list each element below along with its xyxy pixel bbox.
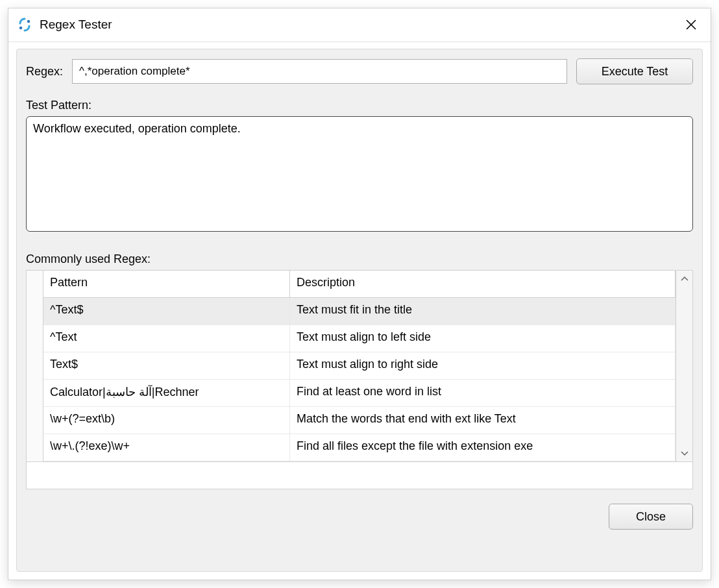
regex-row: Regex: Execute Test <box>26 58 693 84</box>
cell-description: Text must align to right side <box>290 352 676 379</box>
common-regex-label: Commonly used Regex: <box>26 252 693 266</box>
cell-description: Find all files except the file with exte… <box>290 434 676 461</box>
cell-pattern: Calculator|آلة حاسبة|Rechner <box>43 380 290 406</box>
cell-pattern: ^Text$ <box>43 298 290 325</box>
window-title: Regex Tester <box>40 18 681 32</box>
grid-footer-strip <box>26 462 693 489</box>
cell-description: Match the words that end with ext like T… <box>290 407 676 434</box>
svg-point-0 <box>27 19 30 22</box>
cell-pattern: ^Text <box>43 325 290 352</box>
table-row[interactable]: ▶^Text$Text must fit in the title <box>43 298 676 325</box>
test-pattern-input[interactable] <box>26 116 693 232</box>
cell-pattern: Text$ <box>43 352 290 379</box>
grid-header: Pattern Description <box>43 271 676 298</box>
grid-body: ▶^Text$Text must fit in the title^TextTe… <box>43 298 676 461</box>
regex-label: Regex: <box>26 65 63 79</box>
table-row[interactable]: ^TextText must align to left side <box>43 325 676 352</box>
cell-description: Text must align to left side <box>290 325 676 352</box>
dialog-footer: Close <box>26 501 693 530</box>
column-header-description[interactable]: Description <box>290 271 676 297</box>
table-row[interactable]: \w+\.(?!exe)\w+Find all files except the… <box>43 434 676 461</box>
regex-tester-dialog: Regex Tester Regex: Execute Test Test Pa… <box>8 8 711 580</box>
table-row[interactable]: Text$Text must align to right side <box>43 352 676 380</box>
app-icon <box>18 18 32 32</box>
table-row[interactable]: Calculator|آلة حاسبة|RechnerFind at leas… <box>43 380 676 407</box>
regex-input[interactable] <box>72 59 567 84</box>
cell-pattern: \w+(?=ext\b) <box>43 407 290 434</box>
close-button[interactable]: Close <box>609 504 693 530</box>
grid-row-gutter <box>27 271 43 461</box>
column-header-pattern[interactable]: Pattern <box>43 271 290 297</box>
cell-description: Text must fit in the title <box>290 298 676 325</box>
execute-test-button[interactable]: Execute Test <box>576 58 693 84</box>
svg-point-1 <box>19 26 22 29</box>
cell-pattern: \w+\.(?!exe)\w+ <box>43 434 290 461</box>
vertical-scrollbar[interactable] <box>676 271 692 461</box>
dialog-content: Regex: Execute Test Test Pattern: Common… <box>8 42 711 580</box>
titlebar: Regex Tester <box>8 8 711 42</box>
grid-main: Pattern Description ▶^Text$Text must fit… <box>43 271 676 461</box>
scroll-up-icon[interactable] <box>679 273 690 285</box>
close-icon[interactable] <box>681 14 701 35</box>
table-row[interactable]: \w+(?=ext\b)Match the words that end wit… <box>43 407 676 434</box>
scroll-down-icon[interactable] <box>679 447 690 459</box>
test-pattern-label: Test Pattern: <box>26 99 693 112</box>
common-regex-grid: Pattern Description ▶^Text$Text must fit… <box>26 270 693 462</box>
cell-description: Find at least one word in list <box>290 380 676 406</box>
main-groupbox: Regex: Execute Test Test Pattern: Common… <box>16 49 703 572</box>
